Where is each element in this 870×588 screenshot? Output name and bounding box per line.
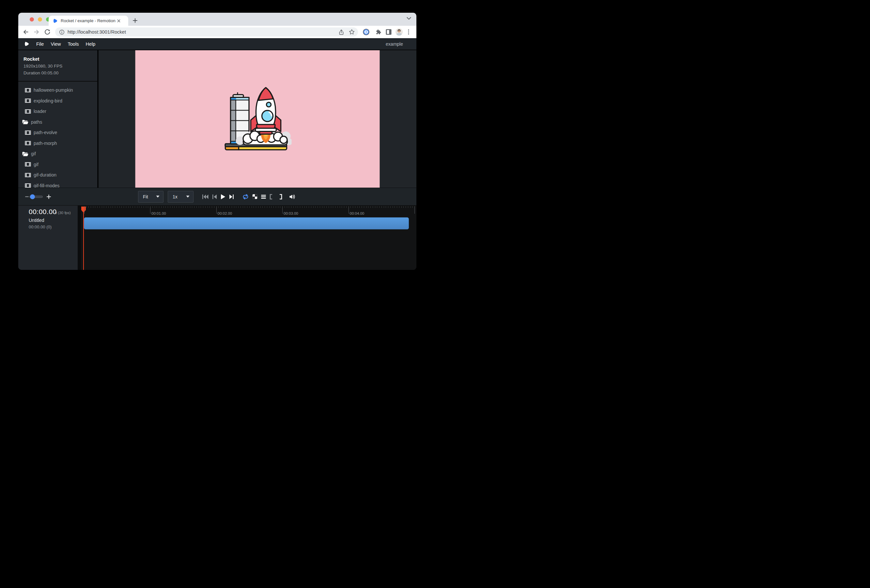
ruler-frame-tick bbox=[252, 206, 252, 208]
timeline-rows-icon[interactable] bbox=[261, 195, 266, 199]
ruler-frame-tick bbox=[386, 206, 386, 208]
browser-menu-icon[interactable] bbox=[408, 29, 409, 34]
next-frame-button[interactable] bbox=[229, 194, 234, 199]
site-info-icon[interactable] bbox=[59, 29, 65, 35]
ruler-frame-tick bbox=[249, 206, 250, 208]
sidebar-extension-icon[interactable] bbox=[386, 29, 392, 35]
sidebar-composition-gif-fill-modes[interactable]: gif-fill-modes bbox=[18, 180, 97, 188]
ruler-frame-tick bbox=[253, 206, 254, 208]
sidebar-folder-gif[interactable]: gif bbox=[18, 149, 97, 159]
loop-toggle-icon[interactable] bbox=[243, 194, 249, 199]
ruler-frame-tick bbox=[141, 206, 142, 208]
password-extension-icon[interactable] bbox=[363, 29, 369, 35]
ruler-frame-tick bbox=[293, 206, 294, 208]
project-name-label: example bbox=[386, 42, 403, 47]
sidebar-composition-gif-duration[interactable]: gif-duration bbox=[18, 170, 97, 180]
ruler-frame-tick bbox=[280, 206, 280, 208]
previous-frame-button[interactable] bbox=[212, 194, 217, 199]
close-window-button[interactable] bbox=[30, 17, 34, 22]
film-icon bbox=[25, 162, 31, 167]
ruler-frame-tick bbox=[395, 206, 395, 208]
in-point-bracket-icon[interactable] bbox=[270, 194, 273, 199]
menu-file[interactable]: File bbox=[36, 42, 44, 47]
ruler-frame-tick bbox=[393, 206, 393, 208]
ruler-second-tick bbox=[150, 206, 150, 214]
sidebar-composition-halloween-pumpkin[interactable]: halloween-pumpkin bbox=[18, 85, 97, 95]
extensions-puzzle-icon[interactable] bbox=[375, 29, 381, 35]
ruler-frame-tick bbox=[359, 206, 360, 208]
new-tab-button[interactable] bbox=[131, 16, 139, 25]
forward-icon[interactable] bbox=[33, 29, 40, 35]
tab-title: Rocket / example - Remotion P bbox=[61, 18, 116, 23]
ruler-frame-tick bbox=[207, 206, 208, 208]
ruler-frame-tick bbox=[388, 206, 388, 208]
sidebar-composition-loader[interactable]: loader bbox=[18, 106, 97, 117]
back-icon[interactable] bbox=[22, 29, 29, 35]
bookmark-star-icon[interactable] bbox=[349, 29, 355, 35]
playback-controls-bar: Fit 1x bbox=[18, 188, 416, 205]
tab-close-icon[interactable] bbox=[116, 18, 121, 24]
ruler-frame-tick bbox=[86, 206, 86, 208]
ruler-frame-tick bbox=[403, 206, 404, 208]
zoom-slider-thumb[interactable] bbox=[30, 194, 35, 199]
chevron-down-icon[interactable] bbox=[407, 17, 411, 20]
url-text[interactable]: http://localhost:3001/Rocket bbox=[67, 29, 338, 34]
ruler-frame-tick bbox=[408, 206, 408, 208]
ruler-time-label: 00:04.00 bbox=[350, 211, 365, 215]
ruler-frame-tick bbox=[183, 206, 183, 208]
playhead-marker[interactable] bbox=[81, 207, 86, 213]
ruler-frame-tick bbox=[135, 206, 135, 208]
skip-to-start-button[interactable] bbox=[202, 194, 209, 199]
menu-view[interactable]: View bbox=[51, 42, 61, 47]
menu-tools[interactable]: Tools bbox=[68, 42, 79, 47]
ruler-frame-tick bbox=[333, 206, 333, 208]
sidebar-composition-path-evolve[interactable]: path-evolve bbox=[18, 127, 97, 138]
remotion-favicon bbox=[53, 18, 58, 24]
composition-list: halloween-pumpkinexploding-birdloaderpat… bbox=[18, 82, 97, 188]
ruler-frame-tick bbox=[287, 206, 287, 208]
ruler-frame-tick bbox=[289, 206, 289, 208]
canvas-size-dropdown[interactable]: Fit bbox=[138, 191, 164, 202]
ruler-second-tick bbox=[84, 206, 85, 214]
remotion-logo-icon[interactable] bbox=[24, 41, 29, 47]
ruler-frame-tick bbox=[379, 206, 380, 208]
ruler-frame-tick bbox=[188, 206, 188, 208]
composition-duration: Duration 00:05.00 bbox=[24, 70, 97, 75]
share-icon[interactable] bbox=[338, 29, 344, 35]
ruler-frame-tick bbox=[152, 206, 153, 208]
play-button[interactable] bbox=[220, 194, 225, 199]
transparency-checkerboard-icon[interactable] bbox=[252, 194, 258, 199]
sidebar-folder-paths[interactable]: paths bbox=[18, 117, 97, 128]
ruler-time-label: 00:01.00 bbox=[151, 211, 166, 215]
preview-area bbox=[98, 50, 416, 188]
zoom-in-button[interactable] bbox=[46, 194, 52, 200]
playback-speed-dropdown[interactable]: 1x bbox=[168, 191, 194, 202]
url-bar[interactable]: http://localhost:3001/Rocket bbox=[55, 27, 358, 37]
ruler-frame-tick bbox=[91, 206, 91, 208]
ruler-frame-tick bbox=[156, 206, 157, 208]
composition-canvas[interactable] bbox=[136, 50, 380, 188]
sidebar-item-label: loader bbox=[34, 109, 46, 114]
minimize-window-button[interactable] bbox=[38, 17, 42, 22]
ruler-frame-tick bbox=[256, 206, 256, 208]
sidebar-composition-exploding-bird[interactable]: exploding-bird bbox=[18, 95, 97, 106]
volume-icon[interactable] bbox=[289, 194, 295, 199]
sidebar-composition-path-morph[interactable]: path-morph bbox=[18, 138, 97, 149]
profile-avatar[interactable] bbox=[396, 28, 403, 36]
out-point-bracket-icon[interactable] bbox=[279, 194, 282, 199]
ruler-frame-tick bbox=[102, 206, 102, 208]
ruler-frame-tick bbox=[311, 206, 311, 208]
menu-help[interactable]: Help bbox=[85, 42, 95, 47]
ruler-frame-tick bbox=[381, 206, 382, 208]
ruler-frame-tick bbox=[108, 206, 109, 208]
sequence-track-bar[interactable] bbox=[84, 217, 409, 229]
sidebar-composition-gif[interactable]: gif bbox=[18, 159, 97, 170]
film-icon bbox=[25, 173, 31, 177]
ruler-frame-tick bbox=[234, 206, 234, 208]
composition-name: Rocket bbox=[24, 57, 97, 62]
zoom-slider[interactable] bbox=[29, 195, 43, 198]
browser-tab[interactable]: Rocket / example - Remotion P bbox=[49, 16, 128, 26]
timeline-tracks-area[interactable]: 00:01.0000:02.0000:03.0000:04.00 bbox=[81, 205, 416, 270]
reload-icon[interactable] bbox=[44, 29, 51, 35]
ruler-frame-tick bbox=[190, 206, 190, 208]
